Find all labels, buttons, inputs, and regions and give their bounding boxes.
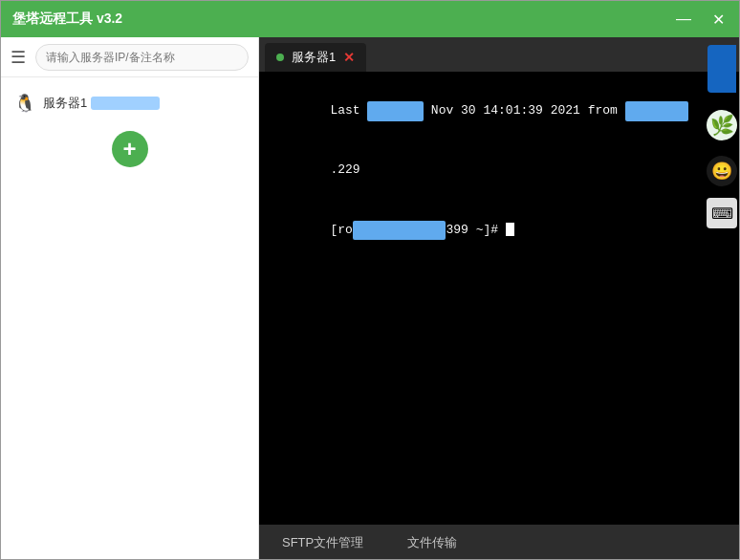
right-float-panel: 🌿 😀 ⌨ (705, 37, 739, 560)
tab-label: 服务器1 (292, 49, 336, 66)
tab-bar: 服务器1 ✕ (259, 37, 739, 72)
terminal-prompt-start: [ro (330, 223, 352, 237)
sidebar: ☰ 🐧 服务器1 11●●●●●●● + (1, 37, 259, 560)
terminal-line-1b: .229 (271, 140, 728, 200)
terminal-line-2: [ro████████████399 ~]# (271, 201, 728, 260)
menu-icon[interactable]: ☰ (11, 47, 26, 68)
add-server-button[interactable]: + (112, 131, 148, 167)
float-emoji-button[interactable]: 😀 (707, 156, 737, 186)
server-ip: 11●●●●●●● (91, 97, 160, 110)
right-panel: 服务器1 ✕ Last ███████ Nov 30 14:01:39 2021… (259, 37, 739, 560)
server-list: 🐧 服务器1 11●●●●●●● + (1, 77, 258, 560)
app-title: 堡塔远程工具 v3.2 (12, 11, 122, 28)
add-icon: + (122, 136, 136, 162)
float-tab-blue[interactable] (707, 45, 736, 93)
float-keyboard-button[interactable]: ⌨ (707, 198, 737, 228)
terminal-blur-2: ████████ (625, 101, 688, 121)
tab-close-button[interactable]: ✕ (343, 51, 355, 64)
terminal-blur-1: ███████ (367, 101, 424, 121)
terminal-prompt-end: 399 ~]# (446, 223, 505, 237)
terminal-last: Last (330, 103, 367, 118)
terminal-blur-3: ████████████ (353, 221, 446, 241)
tab-status-dot (276, 54, 284, 61)
keyboard-icon: ⌨ (711, 205, 733, 223)
close-button[interactable]: ✕ (708, 10, 728, 29)
float-avatar-icon: 🌿 (710, 114, 734, 137)
search-input[interactable] (35, 44, 249, 71)
tab-server1[interactable]: 服务器1 ✕ (265, 43, 366, 72)
terminal-date: Nov 30 14:01:39 2021 from (424, 103, 625, 118)
main-layout: ☰ 🐧 服务器1 11●●●●●●● + 服务器1 ✕ (1, 37, 739, 560)
sidebar-header: ☰ (1, 37, 258, 77)
window-controls: — ✕ (674, 10, 728, 29)
sftp-button[interactable]: SFTP文件管理 (274, 530, 371, 555)
float-avatar[interactable]: 🌿 (707, 110, 737, 140)
transfer-button[interactable]: 文件传输 (400, 530, 465, 555)
terminal[interactable]: Last ███████ Nov 30 14:01:39 2021 from █… (259, 72, 739, 525)
emoji-icon: 😀 (711, 161, 732, 182)
terminal-cursor (506, 223, 514, 236)
linux-icon: 🐧 (14, 93, 35, 114)
terminal-ip-suffix: .229 (330, 162, 359, 177)
bottom-bar: SFTP文件管理 文件传输 (259, 525, 739, 560)
server-name: 服务器1 (43, 95, 87, 112)
minimize-button[interactable]: — (674, 10, 693, 29)
terminal-line-1: Last ███████ Nov 30 14:01:39 2021 from █… (271, 81, 728, 140)
titlebar: 堡塔远程工具 v3.2 — ✕ (1, 1, 739, 37)
server-item[interactable]: 🐧 服务器1 11●●●●●●● (1, 85, 258, 121)
